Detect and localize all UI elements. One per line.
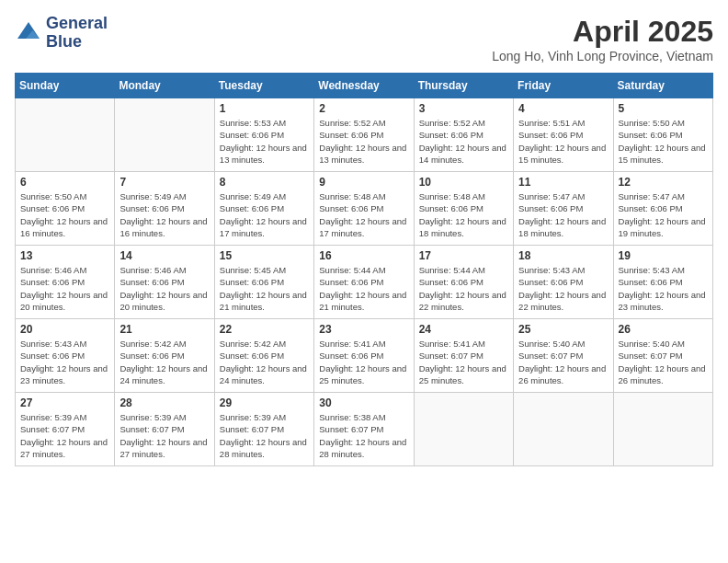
- logo-text: General Blue: [46, 15, 108, 52]
- day-number: 27: [20, 396, 109, 409]
- day-info: Sunrise: 5:39 AM Sunset: 6:07 PM Dayligh…: [119, 411, 209, 460]
- calendar-table: SundayMondayTuesdayWednesdayThursdayFrid…: [15, 73, 713, 466]
- day-number: 19: [619, 249, 708, 262]
- day-number: 24: [419, 323, 508, 336]
- day-info: Sunrise: 5:47 AM Sunset: 6:06 PM Dayligh…: [518, 190, 608, 239]
- day-cell: 28Sunrise: 5:39 AM Sunset: 6:07 PM Dayli…: [115, 393, 214, 466]
- day-info: Sunrise: 5:43 AM Sunset: 6:06 PM Dayligh…: [20, 338, 109, 386]
- weekday-header: Wednesday: [314, 74, 414, 98]
- day-info: Sunrise: 5:53 AM Sunset: 6:06 PM Dayligh…: [220, 117, 309, 166]
- day-cell: 18Sunrise: 5:43 AM Sunset: 6:06 PM Dayli…: [514, 246, 613, 319]
- day-cell: 14Sunrise: 5:46 AM Sunset: 6:06 PM Dayli…: [115, 246, 214, 319]
- day-cell: 24Sunrise: 5:41 AM Sunset: 6:07 PM Dayli…: [414, 319, 513, 393]
- day-number: 7: [119, 176, 209, 189]
- weekday-header: Tuesday: [214, 74, 313, 98]
- day-number: 8: [220, 176, 309, 189]
- day-number: 21: [119, 323, 209, 336]
- day-number: 2: [319, 102, 408, 115]
- day-info: Sunrise: 5:38 AM Sunset: 6:07 PM Dayligh…: [319, 411, 408, 460]
- day-number: 11: [518, 176, 608, 189]
- day-cell: 19Sunrise: 5:43 AM Sunset: 6:06 PM Dayli…: [613, 246, 712, 319]
- day-cell: 8Sunrise: 5:49 AM Sunset: 6:06 PM Daylig…: [214, 172, 313, 246]
- day-info: Sunrise: 5:50 AM Sunset: 6:06 PM Dayligh…: [20, 190, 109, 239]
- day-number: 18: [518, 249, 608, 262]
- day-info: Sunrise: 5:46 AM Sunset: 6:06 PM Dayligh…: [119, 264, 209, 313]
- day-info: Sunrise: 5:52 AM Sunset: 6:06 PM Dayligh…: [319, 117, 408, 166]
- day-cell: 12Sunrise: 5:47 AM Sunset: 6:06 PM Dayli…: [613, 172, 712, 246]
- day-info: Sunrise: 5:48 AM Sunset: 6:06 PM Dayligh…: [419, 190, 508, 239]
- day-number: 13: [20, 249, 109, 262]
- day-info: Sunrise: 5:44 AM Sunset: 6:06 PM Dayligh…: [319, 264, 408, 313]
- day-info: Sunrise: 5:43 AM Sunset: 6:06 PM Dayligh…: [619, 264, 708, 313]
- page-header: General Blue April 2025 Long Ho, Vinh Lo…: [15, 15, 713, 63]
- day-number: 6: [20, 176, 109, 189]
- day-info: Sunrise: 5:52 AM Sunset: 6:06 PM Dayligh…: [419, 117, 508, 166]
- day-info: Sunrise: 5:42 AM Sunset: 6:06 PM Dayligh…: [119, 338, 209, 386]
- weekday-header: Monday: [115, 74, 214, 98]
- weekday-header: Saturday: [613, 74, 712, 98]
- day-cell: 16Sunrise: 5:44 AM Sunset: 6:06 PM Dayli…: [314, 246, 414, 319]
- weekday-header: Thursday: [414, 74, 513, 98]
- day-cell: 6Sunrise: 5:50 AM Sunset: 6:06 PM Daylig…: [16, 172, 115, 246]
- week-row: 1Sunrise: 5:53 AM Sunset: 6:06 PM Daylig…: [16, 98, 713, 172]
- title-block: April 2025 Long Ho, Vinh Long Province, …: [492, 15, 713, 63]
- day-info: Sunrise: 5:46 AM Sunset: 6:06 PM Dayligh…: [20, 264, 109, 313]
- day-info: Sunrise: 5:40 AM Sunset: 6:07 PM Dayligh…: [619, 338, 708, 386]
- day-number: 4: [518, 102, 608, 115]
- day-cell: [16, 98, 115, 172]
- day-info: Sunrise: 5:39 AM Sunset: 6:07 PM Dayligh…: [220, 411, 309, 460]
- day-number: 30: [319, 396, 408, 409]
- day-info: Sunrise: 5:49 AM Sunset: 6:06 PM Dayligh…: [119, 190, 209, 239]
- logo-icon: [15, 19, 42, 47]
- weekday-header: Friday: [514, 74, 613, 98]
- day-cell: 11Sunrise: 5:47 AM Sunset: 6:06 PM Dayli…: [514, 172, 613, 246]
- day-info: Sunrise: 5:41 AM Sunset: 6:06 PM Dayligh…: [319, 338, 408, 386]
- weekday-header: Sunday: [16, 74, 115, 98]
- day-number: 5: [619, 102, 708, 115]
- day-number: 25: [518, 323, 608, 336]
- day-cell: 15Sunrise: 5:45 AM Sunset: 6:06 PM Dayli…: [214, 246, 313, 319]
- logo: General Blue: [15, 15, 108, 52]
- week-row: 6Sunrise: 5:50 AM Sunset: 6:06 PM Daylig…: [16, 172, 713, 246]
- day-cell: 22Sunrise: 5:42 AM Sunset: 6:06 PM Dayli…: [214, 319, 313, 393]
- day-info: Sunrise: 5:44 AM Sunset: 6:06 PM Dayligh…: [419, 264, 508, 313]
- day-cell: [514, 393, 613, 466]
- day-number: 22: [220, 323, 309, 336]
- day-cell: 17Sunrise: 5:44 AM Sunset: 6:06 PM Dayli…: [414, 246, 513, 319]
- day-info: Sunrise: 5:49 AM Sunset: 6:06 PM Dayligh…: [220, 190, 309, 239]
- day-number: 23: [319, 323, 408, 336]
- day-cell: 2Sunrise: 5:52 AM Sunset: 6:06 PM Daylig…: [314, 98, 414, 172]
- day-number: 9: [319, 176, 408, 189]
- day-cell: 27Sunrise: 5:39 AM Sunset: 6:07 PM Dayli…: [16, 393, 115, 466]
- day-number: 14: [119, 249, 209, 262]
- day-number: 26: [619, 323, 708, 336]
- day-info: Sunrise: 5:39 AM Sunset: 6:07 PM Dayligh…: [20, 411, 109, 460]
- day-number: 17: [419, 249, 508, 262]
- day-cell: 4Sunrise: 5:51 AM Sunset: 6:06 PM Daylig…: [514, 98, 613, 172]
- day-info: Sunrise: 5:51 AM Sunset: 6:06 PM Dayligh…: [518, 117, 608, 166]
- day-number: 15: [220, 249, 309, 262]
- day-cell: 13Sunrise: 5:46 AM Sunset: 6:06 PM Dayli…: [16, 246, 115, 319]
- day-cell: 20Sunrise: 5:43 AM Sunset: 6:06 PM Dayli…: [16, 319, 115, 393]
- day-number: 16: [319, 249, 408, 262]
- day-number: 20: [20, 323, 109, 336]
- header-row: SundayMondayTuesdayWednesdayThursdayFrid…: [16, 74, 713, 98]
- day-info: Sunrise: 5:50 AM Sunset: 6:06 PM Dayligh…: [619, 117, 708, 166]
- day-number: 29: [220, 396, 309, 409]
- month-title: April 2025: [492, 15, 713, 49]
- day-info: Sunrise: 5:41 AM Sunset: 6:07 PM Dayligh…: [419, 338, 508, 386]
- week-row: 20Sunrise: 5:43 AM Sunset: 6:06 PM Dayli…: [16, 319, 713, 393]
- day-cell: 23Sunrise: 5:41 AM Sunset: 6:06 PM Dayli…: [314, 319, 414, 393]
- day-cell: 30Sunrise: 5:38 AM Sunset: 6:07 PM Dayli…: [314, 393, 414, 466]
- day-info: Sunrise: 5:47 AM Sunset: 6:06 PM Dayligh…: [619, 190, 708, 239]
- day-cell: 26Sunrise: 5:40 AM Sunset: 6:07 PM Dayli…: [613, 319, 712, 393]
- day-cell: 29Sunrise: 5:39 AM Sunset: 6:07 PM Dayli…: [214, 393, 313, 466]
- day-info: Sunrise: 5:40 AM Sunset: 6:07 PM Dayligh…: [518, 338, 608, 386]
- day-number: 3: [419, 102, 508, 115]
- day-cell: [613, 393, 712, 466]
- day-cell: 3Sunrise: 5:52 AM Sunset: 6:06 PM Daylig…: [414, 98, 513, 172]
- day-cell: 7Sunrise: 5:49 AM Sunset: 6:06 PM Daylig…: [115, 172, 214, 246]
- week-row: 13Sunrise: 5:46 AM Sunset: 6:06 PM Dayli…: [16, 246, 713, 319]
- location-title: Long Ho, Vinh Long Province, Vietnam: [492, 49, 713, 63]
- day-cell: 9Sunrise: 5:48 AM Sunset: 6:06 PM Daylig…: [314, 172, 414, 246]
